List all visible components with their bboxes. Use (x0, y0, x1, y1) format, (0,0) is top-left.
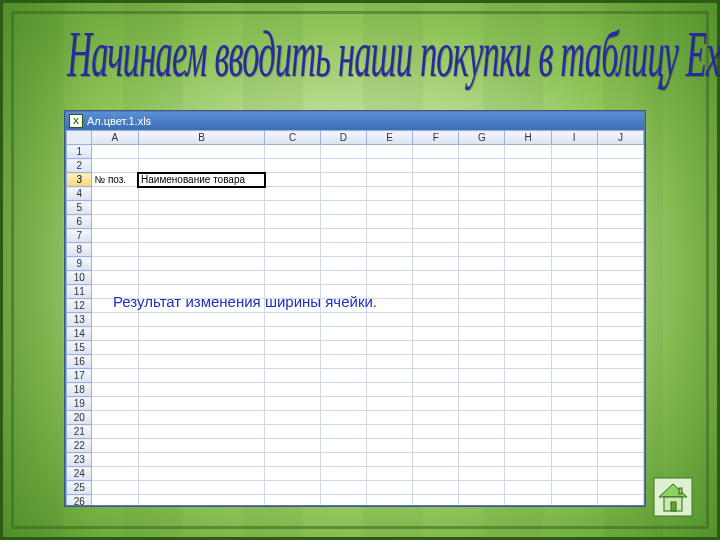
cell-I9[interactable] (551, 257, 597, 271)
col-header-F[interactable]: F (413, 131, 459, 145)
row-header-22[interactable]: 22 (67, 439, 92, 453)
cell-C23[interactable] (265, 453, 320, 467)
cell-F6[interactable] (413, 215, 459, 229)
cell-C24[interactable] (265, 467, 320, 481)
cell-I12[interactable] (551, 299, 597, 313)
cell-C16[interactable] (265, 355, 320, 369)
cell-H6[interactable] (505, 215, 551, 229)
col-header-E[interactable]: E (367, 131, 413, 145)
cell-J11[interactable] (597, 285, 643, 299)
row-header-12[interactable]: 12 (67, 299, 92, 313)
cell-I11[interactable] (551, 285, 597, 299)
cell-A25[interactable] (92, 481, 138, 495)
cell-G23[interactable] (459, 453, 505, 467)
cell-E15[interactable] (367, 341, 413, 355)
cell-I13[interactable] (551, 313, 597, 327)
cell-B1[interactable] (138, 145, 265, 159)
cell-G10[interactable] (459, 271, 505, 285)
cell-B23[interactable] (138, 453, 265, 467)
cell-B16[interactable] (138, 355, 265, 369)
cell-A5[interactable] (92, 201, 138, 215)
cell-H21[interactable] (505, 425, 551, 439)
cell-C26[interactable] (265, 495, 320, 506)
cell-C5[interactable] (265, 201, 320, 215)
cell-H20[interactable] (505, 411, 551, 425)
cell-H5[interactable] (505, 201, 551, 215)
cell-C19[interactable] (265, 397, 320, 411)
row-header-16[interactable]: 16 (67, 355, 92, 369)
cell-A2[interactable] (92, 159, 138, 173)
cell-C15[interactable] (265, 341, 320, 355)
cell-E4[interactable] (367, 187, 413, 201)
cell-J23[interactable] (597, 453, 643, 467)
cell-F1[interactable] (413, 145, 459, 159)
cell-E10[interactable] (367, 271, 413, 285)
cell-C25[interactable] (265, 481, 320, 495)
row-header-3[interactable]: 3 (67, 173, 92, 187)
col-header-D[interactable]: D (320, 131, 366, 145)
cell-C14[interactable] (265, 327, 320, 341)
cell-A17[interactable] (92, 369, 138, 383)
cell-A14[interactable] (92, 327, 138, 341)
col-header-I[interactable]: I (551, 131, 597, 145)
cell-F25[interactable] (413, 481, 459, 495)
row-header-20[interactable]: 20 (67, 411, 92, 425)
cell-D23[interactable] (320, 453, 366, 467)
cell-D25[interactable] (320, 481, 366, 495)
cell-H14[interactable] (505, 327, 551, 341)
cell-I3[interactable] (551, 173, 597, 187)
cell-E14[interactable] (367, 327, 413, 341)
cell-B18[interactable] (138, 383, 265, 397)
cell-F2[interactable] (413, 159, 459, 173)
cell-C7[interactable] (265, 229, 320, 243)
cell-F4[interactable] (413, 187, 459, 201)
cell-J5[interactable] (597, 201, 643, 215)
cell-J26[interactable] (597, 495, 643, 506)
cell-G20[interactable] (459, 411, 505, 425)
cell-E1[interactable] (367, 145, 413, 159)
cell-B26[interactable] (138, 495, 265, 506)
cell-I6[interactable] (551, 215, 597, 229)
cell-J1[interactable] (597, 145, 643, 159)
cell-C13[interactable] (265, 313, 320, 327)
row-header-13[interactable]: 13 (67, 313, 92, 327)
cell-C8[interactable] (265, 243, 320, 257)
cell-E16[interactable] (367, 355, 413, 369)
cell-J18[interactable] (597, 383, 643, 397)
cell-J12[interactable] (597, 299, 643, 313)
cell-F16[interactable] (413, 355, 459, 369)
cell-B9[interactable] (138, 257, 265, 271)
cell-J16[interactable] (597, 355, 643, 369)
cell-E25[interactable] (367, 481, 413, 495)
cell-J2[interactable] (597, 159, 643, 173)
row-header-23[interactable]: 23 (67, 453, 92, 467)
cell-F3[interactable] (413, 173, 459, 187)
cell-G1[interactable] (459, 145, 505, 159)
cell-E13[interactable] (367, 313, 413, 327)
cell-F8[interactable] (413, 243, 459, 257)
cell-C9[interactable] (265, 257, 320, 271)
cell-F23[interactable] (413, 453, 459, 467)
cell-E5[interactable] (367, 201, 413, 215)
cell-I17[interactable] (551, 369, 597, 383)
cell-A7[interactable] (92, 229, 138, 243)
cell-H11[interactable] (505, 285, 551, 299)
cell-H4[interactable] (505, 187, 551, 201)
cell-H3[interactable] (505, 173, 551, 187)
row-header-26[interactable]: 26 (67, 495, 92, 506)
cell-G9[interactable] (459, 257, 505, 271)
cell-F10[interactable] (413, 271, 459, 285)
row-header-6[interactable]: 6 (67, 215, 92, 229)
cell-J20[interactable] (597, 411, 643, 425)
cell-A15[interactable] (92, 341, 138, 355)
cell-H17[interactable] (505, 369, 551, 383)
cell-B10[interactable] (138, 271, 265, 285)
cell-B25[interactable] (138, 481, 265, 495)
cell-G12[interactable] (459, 299, 505, 313)
row-header-11[interactable]: 11 (67, 285, 92, 299)
cell-G7[interactable] (459, 229, 505, 243)
cell-D13[interactable] (320, 313, 366, 327)
cell-G18[interactable] (459, 383, 505, 397)
cell-H7[interactable] (505, 229, 551, 243)
row-header-17[interactable]: 17 (67, 369, 92, 383)
